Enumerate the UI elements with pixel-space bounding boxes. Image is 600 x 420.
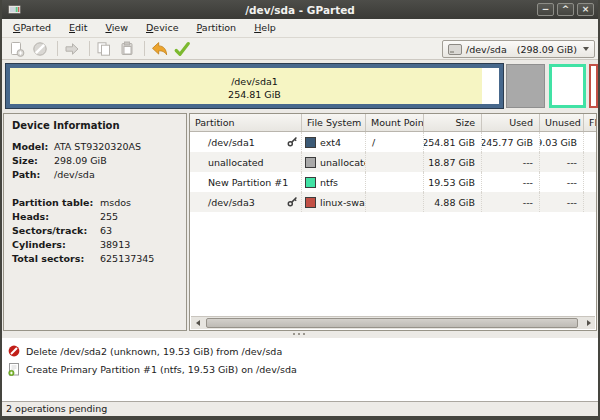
toolbar-separator (57, 41, 58, 56)
create-operation-icon (7, 363, 21, 376)
apply-check-icon (173, 40, 191, 58)
column-header-partition[interactable]: Partition (190, 114, 302, 131)
menu-gparted[interactable]: GParted (4, 19, 60, 37)
info-label: Heads: (12, 210, 100, 224)
paste-icon (118, 40, 136, 58)
menu-bar: GParted Edit View Device Partition Help (2, 19, 598, 38)
table-row-sda3[interactable]: /dev/sda3 linux-swap 4.88 GiB --- --- (190, 192, 596, 212)
status-bar: 2 operations pending (2, 401, 598, 416)
segment-sda3-swap[interactable] (589, 64, 598, 108)
maximize-button[interactable]: ^ (557, 3, 574, 16)
segment-new-partition[interactable] (549, 64, 586, 108)
segment-unallocated[interactable] (506, 64, 545, 108)
device-selector-size: (298.09 GiB) (517, 44, 577, 55)
copy-button[interactable] (94, 39, 114, 59)
scroll-right-button[interactable] (582, 317, 595, 329)
scroll-right-icon (587, 320, 591, 326)
key-icon (287, 136, 298, 149)
table-row-new-partition[interactable]: New Partition #1 ntfs 19.53 GiB --- --- (190, 172, 596, 192)
column-header-mountpoint[interactable]: Mount Point (366, 114, 424, 131)
close-button[interactable]: × (577, 3, 594, 16)
menu-view[interactable]: View (96, 19, 137, 37)
info-label: Path: (12, 168, 54, 182)
fs-color-swatch (305, 157, 316, 168)
delete-partition-icon (31, 40, 49, 58)
column-header-unused[interactable]: Unused (540, 114, 584, 131)
new-partition-button[interactable] (7, 39, 27, 59)
title-bar[interactable]: /dev/sda - GParted − ^ × (2, 0, 598, 19)
segment-sda1[interactable]: /dev/sda1 254.81 GiB (6, 64, 503, 108)
operation-item[interactable]: Delete /dev/sda2 (unknown, 19.53 GiB) fr… (2, 342, 598, 360)
resize-move-button[interactable] (62, 39, 82, 59)
table-row-sda1[interactable]: /dev/sda1 ext4 / 254.81 GiB 245.77 GiB 9… (190, 132, 596, 152)
horizontal-scrollbar[interactable] (191, 316, 595, 329)
gparted-app-icon (8, 4, 21, 17)
fs-color-swatch (305, 197, 316, 208)
fs-color-swatch (305, 137, 316, 148)
window-title: /dev/sda - GParted (2, 4, 598, 16)
fs-color-swatch (305, 177, 316, 188)
partition-list: Partition File System Mount Point Size U… (189, 113, 597, 331)
column-header-used[interactable]: Used (482, 114, 540, 131)
delete-partition-button[interactable] (30, 39, 50, 59)
menu-edit[interactable]: Edit (60, 19, 96, 37)
device-information-panel: Device Information Model: ATA ST9320320A… (3, 113, 187, 331)
new-partition-icon (8, 40, 26, 58)
info-value: 298.09 GiB (54, 154, 186, 168)
menu-help[interactable]: Help (245, 19, 285, 37)
device-selector-path: /dev/sda (466, 44, 507, 55)
info-value: 255 (100, 210, 186, 224)
info-value: 63 (100, 224, 186, 238)
disk-visual-bar: /dev/sda1 254.81 GiB (2, 60, 598, 113)
resize-move-icon (63, 40, 81, 58)
segment-sda1-label: /dev/sda1 (10, 75, 499, 88)
info-label: Total sectors: (12, 252, 100, 266)
paste-button[interactable] (117, 39, 137, 59)
pane-splitter-grip[interactable] (293, 333, 295, 335)
apply-button[interactable] (172, 39, 192, 59)
minimize-button[interactable]: − (537, 3, 554, 16)
info-value: 38913 (100, 238, 186, 252)
undo-icon (150, 40, 169, 58)
scrollbar-thumb[interactable] (206, 318, 578, 328)
hard-disk-icon (448, 44, 462, 55)
pending-operations-pane: Delete /dev/sda2 (unknown, 19.53 GiB) fr… (2, 338, 598, 401)
info-label: Model: (12, 140, 54, 154)
toolbar: /dev/sda (298.09 GiB) (2, 38, 598, 60)
menu-device[interactable]: Device (137, 19, 188, 37)
partition-list-header: Partition File System Mount Point Size U… (190, 114, 596, 132)
toolbar-separator (89, 41, 90, 56)
info-value: 625137345 (100, 252, 186, 266)
info-label: Size: (12, 154, 54, 168)
column-header-flags[interactable]: Flags (584, 114, 597, 131)
chevron-down-icon (583, 47, 589, 51)
menu-partition[interactable]: Partition (188, 19, 246, 37)
toolbar-separator (144, 41, 145, 56)
info-value: /dev/sda (54, 168, 186, 182)
status-text: 2 operations pending (6, 403, 107, 414)
info-label: Partition table: (12, 196, 100, 210)
device-selector[interactable]: /dev/sda (298.09 GiB) (442, 40, 595, 58)
segment-sda1-size: 254.81 GiB (10, 88, 499, 101)
scroll-left-icon (196, 320, 200, 326)
info-value: msdos (100, 196, 186, 210)
device-information-title: Device Information (12, 120, 186, 131)
key-icon (287, 196, 298, 209)
column-header-size[interactable]: Size (424, 114, 482, 131)
operation-text: Delete /dev/sda2 (unknown, 19.53 GiB) fr… (26, 346, 282, 357)
undo-button[interactable] (149, 39, 169, 59)
table-row-unallocated[interactable]: unallocated unallocated 18.87 GiB --- --… (190, 152, 596, 172)
info-value: ATA ST9320320AS (54, 140, 186, 154)
column-header-filesystem[interactable]: File System (302, 114, 366, 131)
delete-operation-icon (7, 345, 21, 357)
info-label: Cylinders: (12, 238, 100, 252)
info-label: Sectors/track: (12, 224, 100, 238)
scroll-left-button[interactable] (191, 317, 204, 329)
operation-item[interactable]: Create Primary Partition #1 (ntfs, 19.53… (2, 360, 598, 378)
operation-text: Create Primary Partition #1 (ntfs, 19.53… (26, 364, 297, 375)
copy-icon (95, 40, 113, 58)
gparted-window: /dev/sda - GParted − ^ × GParted Edit Vi… (0, 0, 600, 420)
